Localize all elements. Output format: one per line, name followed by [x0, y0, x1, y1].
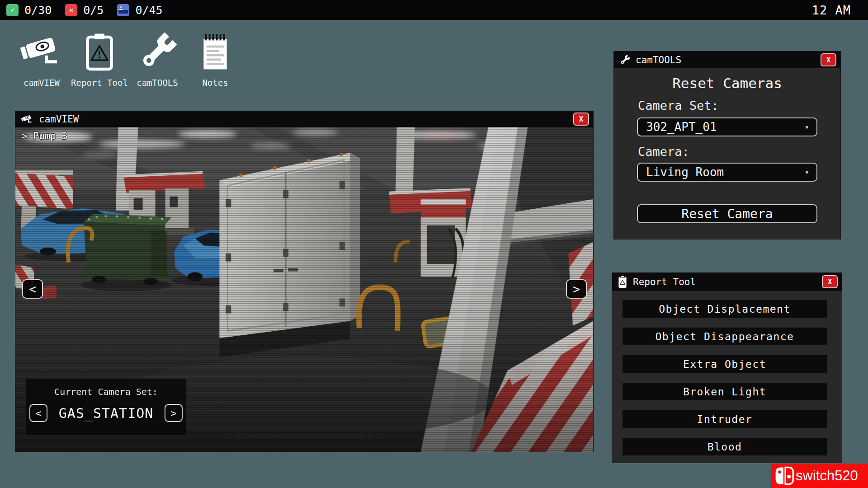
camview-titlebar: camVIEW X: [15, 111, 593, 127]
x-icon: ✕: [65, 4, 77, 16]
report-button-blood[interactable]: Blood: [623, 438, 827, 455]
camera-name-label: > Pump B: [22, 131, 67, 141]
report-tool-window-title: Report Tool: [633, 277, 696, 287]
camera-set-panel-label: Current Camera Set:: [54, 386, 158, 397]
camera-label: Camera:: [638, 145, 689, 159]
camera-set-dropdown-value: 302_APT_01: [646, 120, 717, 134]
wrench-icon: [137, 28, 177, 76]
camera-feed: > Pump B < > Current Camera Set: < GAS_S…: [15, 127, 593, 452]
camera-set-dropdown[interactable]: 302_APT_01 ▾: [637, 117, 817, 136]
camtools-window: camTOOLS X Reset Cameras Camera Set: 302…: [613, 51, 841, 239]
report-button-object-disappearance[interactable]: Object Disappearance: [623, 328, 827, 345]
security-camera-icon: [21, 114, 33, 124]
desktop-icons: camVIEW Report Tool camTO: [13, 28, 244, 88]
night-progress-count: 0/45: [135, 4, 162, 17]
report-button-broken-light[interactable]: Broken Light: [623, 383, 827, 400]
camtools-titlebar: camTOOLS X: [614, 52, 840, 68]
night-progress-counter: 0/45: [117, 4, 162, 17]
desktop-icon-label: camVIEW: [24, 78, 60, 88]
bed-dot: [120, 6, 122, 8]
desktop-icon-label: Report Tool: [71, 78, 128, 88]
reset-cameras-heading: Reset Cameras: [614, 75, 840, 91]
report-tool-titlebar: Report Tool X: [612, 273, 842, 291]
nintendo-switch-logo-icon: [774, 466, 794, 485]
notepad-icon: [201, 28, 230, 76]
top-status-bar: ✓ 0/30 ✕ 0/5 0/45 12 AM: [0, 0, 868, 20]
clipboard-warning-icon: [85, 28, 114, 76]
report-tool-close-button[interactable]: X: [822, 275, 838, 288]
check-icon: ✓: [6, 4, 19, 16]
next-camera-button[interactable]: >: [566, 279, 587, 299]
bed-icon: [117, 4, 129, 16]
desktop-icon-report-tool[interactable]: Report Tool: [71, 28, 128, 88]
desktop-icon-notes[interactable]: Notes: [186, 28, 244, 88]
camera-set-value: GAS_STATION: [59, 405, 154, 421]
report-tool-window: Report Tool X Object Displacement Object…: [612, 272, 842, 463]
watermark-text: switch520: [796, 468, 858, 484]
camview-close-button[interactable]: X: [573, 113, 589, 126]
desktop-icon-camview[interactable]: camVIEW: [13, 28, 71, 88]
report-button-extra-object[interactable]: Extra Object: [623, 355, 827, 373]
bed-body: [118, 10, 128, 14]
report-button-object-displacement[interactable]: Object Displacement: [623, 300, 827, 318]
anomaly-fixed-counter: ✓ 0/30: [6, 4, 52, 17]
prev-camera-set-button[interactable]: <: [29, 404, 47, 422]
camera-dropdown[interactable]: Living Room ▾: [637, 163, 817, 182]
desktop-icon-label: Notes: [202, 78, 228, 88]
report-button-intruder[interactable]: Intruder: [623, 410, 827, 428]
watermark: switch520: [771, 464, 868, 488]
failed-report-counter: ✕ 0/5: [65, 4, 104, 17]
camera-dropdown-value: Living Room: [646, 165, 724, 179]
counters: ✓ 0/30 ✕ 0/5 0/45: [6, 4, 163, 17]
camtools-close-button[interactable]: X: [821, 53, 836, 66]
anomaly-fixed-count: 0/30: [24, 4, 52, 17]
camview-window: camVIEW X: [15, 111, 594, 452]
desktop-icon-label: camTOOLS: [137, 78, 178, 88]
camview-window-title: camVIEW: [39, 114, 79, 125]
reset-camera-button[interactable]: Reset Camera: [637, 204, 817, 223]
camera-set-label: Camera Set:: [638, 99, 719, 113]
camtools-window-title: camTOOLS: [636, 55, 681, 66]
chevron-down-icon: ▾: [805, 168, 809, 177]
failed-report-count: 0/5: [83, 4, 104, 17]
clipboard-icon: [618, 276, 627, 288]
clock: 12 AM: [812, 3, 851, 17]
camera-set-panel: Current Camera Set: < GAS_STATION >: [26, 379, 186, 435]
chevron-down-icon: ▾: [805, 122, 809, 131]
next-camera-set-button[interactable]: >: [165, 404, 183, 422]
security-camera-icon: [20, 28, 63, 76]
desktop-icon-camtools[interactable]: camTOOLS: [128, 28, 186, 88]
wrench-icon: [619, 55, 630, 66]
prev-camera-button[interactable]: <: [22, 279, 43, 299]
